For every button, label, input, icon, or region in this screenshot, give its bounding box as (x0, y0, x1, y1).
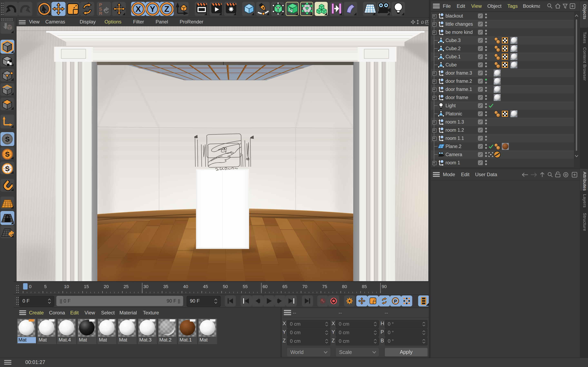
svg-text:30: 30 (144, 284, 148, 289)
svg-text:S: S (5, 135, 10, 143)
svg-text:55: 55 (243, 284, 248, 289)
svg-text:Y: Y (150, 4, 155, 13)
svg-text:40: 40 (183, 284, 188, 289)
svg-text:80: 80 (342, 284, 347, 289)
svg-text:85: 85 (362, 284, 367, 289)
svg-text:10: 10 (64, 284, 69, 289)
svg-text:5: 5 (44, 284, 47, 289)
svg-text:S: S (5, 165, 10, 173)
svg-text:Z: Z (164, 4, 169, 13)
svg-text:70: 70 (302, 284, 307, 289)
svg-text:25: 25 (123, 284, 129, 289)
svg-text:15: 15 (84, 284, 89, 289)
svg-text:75: 75 (322, 284, 327, 289)
svg-text:20: 20 (104, 284, 109, 289)
svg-text:50: 50 (223, 284, 228, 289)
svg-text:90: 90 (382, 284, 387, 289)
svg-text:X: X (136, 4, 141, 13)
svg-text:S: S (5, 150, 10, 158)
svg-text:P: P (394, 299, 397, 304)
svg-text:35: 35 (163, 284, 168, 289)
svg-text:0: 0 (29, 284, 31, 289)
svg-text:65: 65 (282, 284, 287, 289)
svg-text:45: 45 (203, 284, 208, 289)
svg-text:60: 60 (263, 284, 268, 289)
